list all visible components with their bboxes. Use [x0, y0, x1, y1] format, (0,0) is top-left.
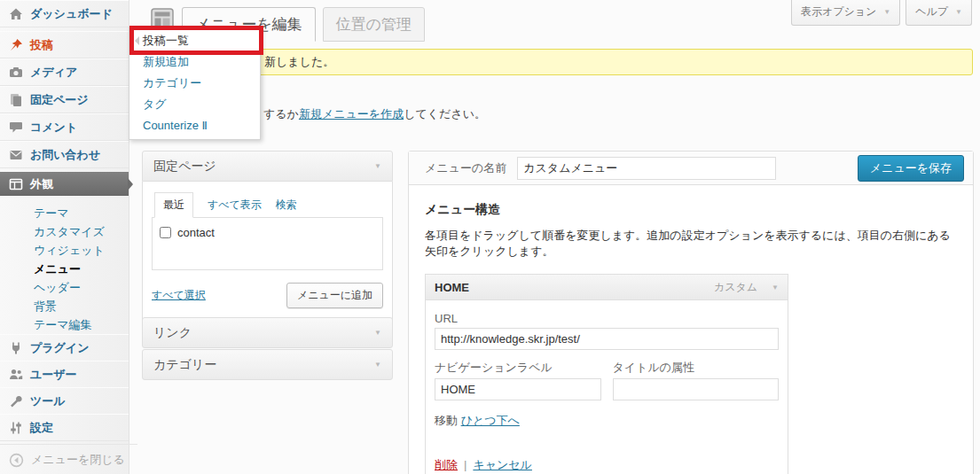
menu-name-label: メニューの名前	[425, 160, 506, 176]
sidebar-item-posts[interactable]: 投稿	[0, 31, 129, 58]
sidebar-item-label: 固定ページ	[30, 92, 89, 108]
menu-item-home-handle[interactable]: HOME カスタム ▼	[425, 274, 788, 300]
create-new-menu-link[interactable]: 新規メニューを作成	[299, 107, 404, 120]
page-item-label: contact	[177, 226, 215, 239]
submenu-item-widgets[interactable]: ウィジェット	[0, 241, 129, 260]
admin-sidebar: ダッシュボード 投稿 メディア 固定ページ コメント お問い合わせ 外観	[0, 0, 129, 474]
links-panel: リンク ▼	[142, 317, 393, 348]
menu-editor: メニューの名前 メニューを保存 メニュー構造 各項目をドラッグして順番を変更しま…	[408, 151, 974, 474]
sidebar-item-label: ユーザー	[30, 367, 77, 383]
menu-structure-description: 各項目をドラッグして順番を変更します。追加の設定オプションを表示するには、項目の…	[425, 228, 957, 260]
list-item[interactable]: contact	[160, 226, 375, 239]
sidebar-item-label: 外観	[30, 176, 53, 192]
chevron-down-icon: ▼	[374, 162, 381, 170]
move-down-link[interactable]: ひとつ下へ	[461, 414, 520, 427]
flyout-item-tags[interactable]: タグ	[129, 94, 260, 115]
title-attr-input[interactable]	[613, 378, 780, 400]
move-row: 移動 ひとつ下へ	[435, 413, 779, 429]
cancel-link[interactable]: キャンセル	[473, 458, 532, 471]
page-checkbox-contact[interactable]	[160, 227, 171, 238]
chevron-down-icon: ▼	[883, 8, 890, 16]
media-icon	[9, 66, 23, 80]
sidebar-item-label: プラグイン	[30, 340, 90, 356]
wordpress-admin-menus-screen: ダッシュボード 投稿 メディア 固定ページ コメント お問い合わせ 外観	[0, 0, 980, 474]
submenu-item-editor[interactable]: テーマ編集	[0, 315, 129, 334]
links-panel-title: リンク	[153, 325, 192, 341]
title-attr-field-label: タイトルの属性	[613, 360, 780, 376]
pages-panel-title: 固定ページ	[153, 159, 216, 175]
action-separator: |	[464, 458, 466, 471]
screen-options-button[interactable]: 表示オプション ▼	[791, 0, 900, 26]
flyout-item-all-posts[interactable]: 投稿一覧	[129, 30, 260, 51]
menu-item-home: HOME カスタム ▼ URL ナビゲーションラベル タイトルの属性	[425, 274, 788, 474]
collapse-menu-label: メニューを閉じる	[31, 452, 125, 468]
save-menu-button[interactable]: メニューを保存	[858, 155, 964, 182]
nav-label-field-label: ナビゲーションラベル	[435, 360, 601, 376]
pages-panel-header[interactable]: 固定ページ ▼	[142, 151, 393, 182]
flyout-item-categories[interactable]: カテゴリー	[129, 73, 260, 94]
categories-panel: カテゴリー ▼	[142, 349, 393, 380]
sidebar-item-label: 設定	[30, 420, 53, 436]
tools-icon	[9, 394, 23, 408]
pages-checklist: contact	[152, 217, 383, 270]
tab-view-all[interactable]: すべて表示	[208, 193, 262, 217]
sidebar-item-pages[interactable]: 固定ページ	[0, 86, 129, 113]
comment-icon	[9, 120, 23, 135]
sidebar-item-comments[interactable]: コメント	[0, 113, 129, 141]
submenu-item-customize[interactable]: カスタマイズ	[0, 222, 129, 241]
help-button[interactable]: ヘルプ ▼	[906, 0, 972, 26]
sidebar-item-appearance[interactable]: 外観	[0, 172, 129, 196]
prompt-suffix: してください。	[404, 107, 486, 120]
collapse-menu-button[interactable]: メニューを閉じる	[0, 444, 137, 468]
url-input[interactable]	[435, 328, 779, 350]
notice-text: 新しました。	[264, 50, 334, 74]
contact-icon	[9, 148, 23, 162]
updated-notice: 新しました。	[142, 49, 973, 75]
sidebar-item-dashboard[interactable]: ダッシュボード	[0, 0, 129, 27]
menu-structure-title: メニュー構造	[425, 202, 957, 218]
remove-link[interactable]: 削除	[435, 458, 458, 471]
sidebar-item-settings[interactable]: 設定	[0, 414, 129, 441]
sidebar-item-plugins[interactable]: プラグイン	[0, 334, 129, 361]
select-menu-prompt: するか新規メニューを作成してください。	[263, 106, 486, 122]
posts-flyout-menu: 投稿一覧 新規追加 カテゴリー タグ Counterize Ⅱ	[129, 27, 261, 140]
menu-name-row: メニューの名前 メニューを保存	[409, 152, 973, 185]
sidebar-item-contact[interactable]: お問い合わせ	[0, 141, 129, 168]
pushpin-icon	[9, 38, 23, 52]
nav-label-input[interactable]	[435, 378, 601, 400]
help-label: ヘルプ	[915, 4, 948, 19]
submenu-item-header[interactable]: ヘッダー	[0, 278, 129, 297]
tab-most-recent[interactable]: 最近	[154, 192, 193, 218]
collapse-arrow-icon	[9, 453, 24, 468]
flyout-item-label: 投稿一覧	[143, 34, 189, 47]
tab-manage-locations[interactable]: 位置の管理	[323, 7, 425, 42]
categories-panel-header[interactable]: カテゴリー ▼	[142, 349, 393, 380]
pages-panel-tabs: 最近 すべて表示 検索	[152, 192, 383, 217]
submenu-item-themes[interactable]: テーマ	[0, 204, 129, 222]
chevron-down-icon: ▼	[374, 329, 381, 337]
chevron-down-icon: ▼	[955, 8, 962, 16]
menu-name-input[interactable]	[517, 157, 776, 180]
sidebar-item-label: メディア	[30, 65, 77, 81]
screen-meta-links: 表示オプション ▼ ヘルプ ▼	[791, 0, 972, 26]
categories-panel-title: カテゴリー	[153, 357, 216, 373]
pages-icon	[9, 93, 23, 107]
flyout-item-counterize[interactable]: Counterize Ⅱ	[129, 115, 260, 136]
sidebar-item-tools[interactable]: ツール	[0, 387, 129, 415]
chevron-down-icon[interactable]: ▼	[772, 284, 779, 291]
pages-panel-footer: すべて選択 メニューに追加	[152, 283, 383, 308]
appearance-submenu: テーマ カスタマイズ ウィジェット メニュー ヘッダー 背景 テーマ編集	[0, 196, 129, 343]
url-field-label: URL	[435, 312, 779, 325]
sidebar-item-media[interactable]: メディア	[0, 58, 129, 86]
add-to-menu-button[interactable]: メニューに追加	[286, 283, 383, 308]
flyout-item-add-new[interactable]: 新規追加	[129, 51, 260, 73]
tab-search[interactable]: 検索	[276, 193, 297, 217]
sidebar-item-users[interactable]: ユーザー	[0, 361, 129, 388]
submenu-item-background[interactable]: 背景	[0, 297, 129, 315]
submenu-item-menus[interactable]: メニュー	[0, 260, 129, 278]
pages-panel-body: 最近 すべて表示 検索 contact すべて選択 メニューに追加	[142, 182, 393, 320]
links-panel-header[interactable]: リンク ▼	[142, 317, 393, 348]
select-all-link[interactable]: すべて選択	[152, 288, 206, 303]
menu-item-title: HOME	[435, 281, 469, 294]
menu-item-home-settings: URL ナビゲーションラベル タイトルの属性 移動	[425, 300, 788, 474]
